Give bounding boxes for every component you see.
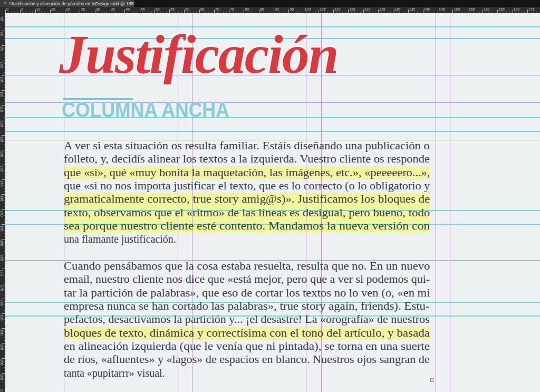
section-heading[interactable]: COLUMNA ANCHA (62, 99, 229, 120)
ruler-tick (184, 9, 185, 13)
ruler-tick (497, 9, 498, 13)
ruler-label: 115 (349, 7, 355, 11)
close-icon[interactable]: × (4, 1, 6, 6)
ruler-label: 20 (66, 7, 70, 11)
ruler-tick (140, 9, 140, 13)
text-line: tanta «pupitarrr» visual. (64, 367, 430, 380)
ruler-tick (319, 9, 319, 13)
ruler-label: 85 (260, 7, 264, 11)
ruler-label: 120 (0, 121, 4, 127)
ruler-tick (50, 9, 51, 13)
ruler-label: 135 (409, 7, 416, 11)
ruler-tick (438, 9, 438, 13)
ruler-tick (2, 373, 5, 374)
page-title[interactable]: Justificación (59, 27, 338, 82)
ruler-tick (2, 75, 5, 76)
document-tab[interactable]: × *Justificación y alineación de párrafo… (0, 0, 134, 7)
ruler-label: 150 (454, 7, 460, 11)
ruler-tick (95, 9, 95, 13)
ruler-tick (378, 9, 379, 13)
column-guide[interactable] (450, 13, 450, 392)
ruler-label: 165 (0, 255, 4, 261)
ruler-label: 60 (185, 7, 189, 11)
text-line-content: tanta «pupitarrr» visual. (64, 367, 165, 380)
text-line-content: que «si no nos importa justificar el tex… (64, 179, 430, 193)
ruler-tick (2, 31, 5, 31)
ruler-label: 125 (0, 136, 4, 142)
ruler-tick (244, 9, 244, 13)
text-line-content: pefactos, desactivamos la partición y...… (64, 313, 430, 326)
ruler-label: 105 (320, 7, 326, 11)
ruler-tick (288, 9, 289, 13)
ruler-tick (2, 135, 5, 136)
ruler-tick (274, 9, 274, 13)
column-guide[interactable] (436, 13, 436, 392)
ruler-label: 160 (484, 7, 490, 11)
ruler-label: 25 (81, 7, 85, 11)
ruler-tick (2, 239, 5, 240)
ruler-label: 65 (200, 7, 205, 11)
ruler-label: 125 (379, 7, 385, 11)
ruler-label: 145 (0, 195, 4, 202)
ruler-label: 40 (126, 7, 130, 11)
ruler-tick (110, 9, 110, 13)
ruler-tick (513, 9, 513, 13)
ruler-tick (35, 9, 36, 13)
ruler-label: 205 (0, 374, 4, 380)
ruler-tick (348, 9, 349, 13)
ruler-tick (408, 9, 409, 13)
ruler-label: 155 (0, 225, 4, 232)
text-line: A ver si esta situación os resulta famil… (64, 139, 430, 152)
ruler-tick (2, 150, 5, 150)
ruler-label: 175 (528, 7, 535, 11)
ruler-label: 30 (96, 7, 100, 11)
horizontal-ruler[interactable]: 0510152025303540455055606570758085909510… (5, 7, 540, 13)
ruler-tick (124, 9, 125, 13)
ruler-label: 165 (498, 7, 505, 11)
ruler-tick (393, 9, 393, 13)
ruler-tick (2, 269, 5, 269)
ruler-tick (2, 284, 5, 284)
document-canvas[interactable]: Justificación COLUMNA ANCHA A ver si est… (5, 13, 540, 392)
ruler-tick (2, 343, 5, 343)
text-line-content: tar la partición de palabras», que eso d… (64, 286, 430, 300)
ruler-label: 110 (334, 7, 340, 11)
ruler-tick (2, 90, 5, 91)
ruler-tick (2, 61, 5, 61)
ruler-tick (333, 9, 334, 13)
ruler-tick (5, 9, 6, 13)
ruler-tick (304, 9, 304, 13)
ruler-guide[interactable] (5, 131, 540, 132)
ruler-tick (2, 358, 5, 359)
ruler-label: 105 (0, 77, 4, 83)
ruler-tick (363, 9, 364, 13)
text-line: que «si no nos importa justificar el tex… (64, 179, 430, 193)
ruler-label: 190 (0, 329, 4, 336)
ruler-tick (259, 9, 259, 13)
ruler-label: 80 (245, 7, 249, 11)
text-line: folleto, y, decidís alinear los textos a… (64, 152, 430, 166)
vertical-ruler[interactable]: 8590951001051101151201251301351401451501… (0, 13, 5, 392)
ruler-label: 45 (141, 7, 145, 11)
text-line-content: sea porque nuestro cliente esté contento… (64, 219, 430, 233)
ruler-tick (155, 9, 155, 13)
text-line: empresa nunca se han cortado las palabra… (64, 300, 430, 313)
ruler-tick (199, 9, 200, 13)
ruler-label: 210 (0, 389, 4, 392)
ruler-label: 70 (215, 7, 219, 11)
text-line-content: folleto, y, decidís alinear los textos a… (64, 152, 430, 166)
body-text-frame[interactable]: A ver si esta situación os resulta famil… (64, 139, 430, 246)
text-line: sea porque nuestro cliente esté contento… (64, 219, 430, 233)
text-line-content: A ver si esta situación os resulta famil… (64, 139, 430, 152)
ruler-label: 85 (0, 17, 4, 21)
ruler-label: 35 (111, 7, 115, 11)
ruler-label: 160 (0, 240, 4, 246)
text-line-content: Cuando pensábamos que la cosa estaba res… (64, 260, 430, 273)
ruler-tick (169, 9, 170, 13)
body-text-frame[interactable]: Cuando pensábamos que la cosa estaba res… (64, 260, 430, 380)
ruler-tick (20, 9, 21, 13)
text-line-content: de ríos, «afluentes» y «lagos» de espaci… (64, 353, 430, 366)
ruler-tick (2, 120, 5, 120)
indesign-window: × *Justificación y alineación de párrafo… (0, 0, 540, 392)
text-frame-outport[interactable] (430, 378, 433, 382)
